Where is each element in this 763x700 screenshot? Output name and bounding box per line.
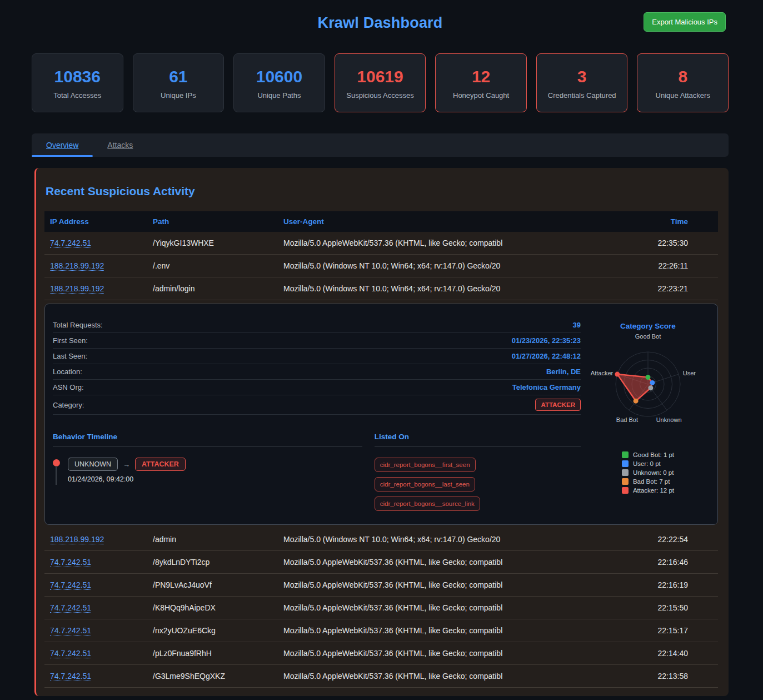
stat-label: Unique IPs	[137, 91, 221, 100]
radar-axis-label: Unknown	[656, 416, 682, 423]
stat-label: Unique Attackers	[641, 91, 725, 100]
row-user-agent: Mozilla/5.0 (Windows NT 10.0; Win64; x64…	[283, 284, 607, 293]
radar-axis-label: Good Bot	[635, 333, 661, 340]
stat-card: 8 Unique Attackers	[637, 53, 729, 112]
listed-on-section: Listed On cidr_report_bogons__first_seen…	[375, 433, 581, 511]
row-time: 22:15:17	[607, 626, 718, 635]
stats-row: 10836 Total Accesses 61 Unique IPs 10600…	[32, 53, 729, 112]
stat-value: 61	[137, 67, 221, 86]
ip-link[interactable]: 188.218.99.192	[50, 284, 104, 294]
row-time: 22:16:46	[607, 558, 718, 567]
row-path: /8ykdLnDYTi2cp	[153, 558, 283, 567]
stat-value: 12	[439, 67, 523, 86]
table-header: IP Address Path User-Agent Time	[44, 211, 718, 232]
table-row[interactable]: 74.7.242.51 /G3Lme9ShEQgXKZ Mozilla/5.0 …	[44, 665, 718, 688]
legend-item: Good Bot: 1 pt	[622, 451, 674, 458]
tab-attacks[interactable]: Attacks	[93, 133, 147, 157]
legend-swatch	[622, 460, 629, 467]
radar-axis-label: User	[683, 370, 696, 376]
ip-link[interactable]: 74.7.242.51	[50, 239, 91, 248]
header: Krawl Dashboard Export Malicious IPs	[32, 0, 729, 42]
table-row[interactable]: 74.7.242.51 /pLz0Fnua9fRhH Mozilla/5.0 A…	[44, 642, 718, 665]
stat-card: 10619 Suspicious Accesses	[335, 53, 426, 112]
stat-value: 10619	[338, 67, 422, 86]
listed-on-title: Listed On	[375, 433, 581, 446]
page-title: Krawl Dashboard	[32, 0, 729, 32]
legend-swatch	[622, 451, 629, 458]
info-label: ASN Org:	[53, 383, 84, 391]
legend-swatch	[622, 469, 629, 476]
table-row[interactable]: 188.218.99.192 /admin/login Mozilla/5.0 …	[44, 277, 718, 300]
ip-link[interactable]: 74.7.242.51	[50, 580, 91, 590]
info-label: Location:	[53, 368, 82, 376]
legend-label: User: 0 pt	[633, 460, 661, 467]
panel-title: Recent Suspicious Activity	[46, 185, 718, 198]
tab-overview[interactable]: Overview	[32, 133, 93, 157]
blocklist-badge[interactable]: cidr_report_bogons__first_seen	[375, 458, 476, 472]
ip-link[interactable]: 74.7.242.51	[50, 626, 91, 636]
row-time: 22:22:54	[607, 535, 718, 544]
stat-card: 61 Unique IPs	[133, 53, 225, 112]
row-path: /K8HQq9hAipeDX	[153, 603, 283, 612]
stat-label: Suspicious Accesses	[338, 91, 422, 100]
col-header-time: Time	[607, 217, 718, 226]
row-path: /pLz0Fnua9fRhH	[153, 649, 283, 658]
table-row[interactable]: 74.7.242.51 /YiqykGI13WHXE Mozilla/5.0 A…	[44, 232, 718, 255]
stat-label: Unique Paths	[237, 91, 321, 100]
legend-item: User: 0 pt	[622, 460, 674, 467]
blocklist-badge[interactable]: cidr_report_bogons__last_seen	[375, 477, 475, 492]
ip-link[interactable]: 74.7.242.51	[50, 649, 91, 658]
info-row: Category: ATTACKER	[53, 395, 581, 415]
ip-link[interactable]: 74.7.242.51	[50, 558, 91, 567]
category-badge: ATTACKER	[535, 399, 581, 411]
timeline-item: UNKNOWN → ATTACKER 01/24/2026, 09:42:00	[53, 458, 362, 483]
row-path: /admin	[153, 535, 283, 544]
blocklist-badge[interactable]: cidr_report_bogons__source_link	[375, 497, 480, 511]
row-user-agent: Mozilla/5.0 AppleWebKit/537.36 (KHTML, l…	[283, 649, 607, 658]
ip-link[interactable]: 188.218.99.192	[50, 261, 104, 271]
table-row[interactable]: 74.7.242.51 /K8HQq9hAipeDX Mozilla/5.0 A…	[44, 597, 718, 619]
info-row: Total Requests: 39	[53, 317, 581, 333]
info-value: 01/23/2026, 22:35:23	[512, 336, 581, 345]
ip-link[interactable]: 74.7.242.51	[50, 672, 91, 681]
ip-link[interactable]: 74.7.242.51	[50, 603, 91, 613]
col-header-ip: IP Address	[44, 217, 153, 226]
radar-axis-label: Bad Bot	[616, 416, 638, 423]
table-row[interactable]: 74.7.242.51 /PN9LvAcJ4uoVf Mozilla/5.0 A…	[44, 574, 718, 597]
row-time: 22:13:58	[607, 672, 718, 681]
col-header-path: Path	[153, 217, 283, 226]
table-row[interactable]: 74.7.242.51 /8ykdLnDYTi2cp Mozilla/5.0 A…	[44, 551, 718, 574]
behavior-timeline-title: Behavior Timeline	[53, 433, 362, 446]
legend-label: Good Bot: 1 pt	[633, 451, 674, 458]
row-user-agent: Mozilla/5.0 AppleWebKit/537.36 (KHTML, l…	[283, 558, 607, 567]
row-user-agent: Mozilla/5.0 (Windows NT 10.0; Win64; x64…	[283, 261, 607, 270]
table-row[interactable]: 74.7.242.51 /nx2yUOZuE6Ckg Mozilla/5.0 A…	[44, 619, 718, 642]
legend-item: Unknown: 0 pt	[622, 469, 674, 476]
row-user-agent: Mozilla/5.0 AppleWebKit/537.36 (KHTML, l…	[283, 239, 607, 247]
suspicious-activity-panel: Recent Suspicious Activity IP Address Pa…	[34, 168, 729, 696]
stat-label: Honeypot Caught	[439, 91, 523, 100]
stat-card: 12 Honeypot Caught	[435, 53, 527, 112]
stat-label: Total Accesses	[36, 91, 119, 100]
row-time: 22:23:21	[607, 284, 718, 293]
legend-label: Unknown: 0 pt	[633, 469, 674, 476]
row-time: 22:35:30	[607, 239, 718, 247]
row-user-agent: Mozilla/5.0 AppleWebKit/537.36 (KHTML, l…	[283, 626, 607, 635]
category-from-badge: UNKNOWN	[68, 458, 118, 471]
row-time: 22:26:11	[607, 261, 718, 270]
info-label: Total Requests:	[53, 321, 103, 329]
stat-value: 8	[641, 67, 725, 86]
info-label: First Seen:	[53, 336, 88, 345]
ip-link[interactable]: 188.218.99.192	[50, 535, 104, 544]
table-row[interactable]: 188.218.99.192 /.env Mozilla/5.0 (Window…	[44, 255, 718, 277]
ip-detail-card: Total Requests: 39 First Seen: 01/23/202…	[44, 304, 718, 525]
radar-chart: Good BotUserUnknownBad BotAttacker	[586, 330, 710, 437]
table-row[interactable]: 188.218.99.192 /admin Mozilla/5.0 (Windo…	[44, 528, 718, 551]
row-user-agent: Mozilla/5.0 AppleWebKit/537.36 (KHTML, l…	[283, 580, 607, 589]
info-value: Telefonica Germany	[512, 383, 581, 391]
export-malicious-ips-button[interactable]: Export Malicious IPs	[644, 12, 726, 32]
chart-title: Category Score	[620, 322, 676, 330]
legend-label: Attacker: 12 pt	[633, 487, 674, 494]
blocklist-badges: cidr_report_bogons__first_seen cidr_repo…	[375, 458, 581, 511]
dashboard-page: Krawl Dashboard Export Malicious IPs 108…	[0, 0, 763, 696]
